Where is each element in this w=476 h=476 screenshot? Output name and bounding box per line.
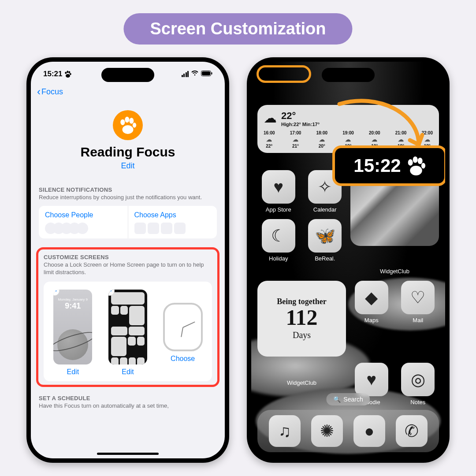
zoom-time: 15:22: [353, 155, 401, 176]
app-holiday[interactable]: ☾Holiday: [257, 219, 300, 262]
page-title-pill: Screen Customization: [123, 13, 352, 45]
dock-music-icon[interactable]: ♫: [269, 415, 301, 447]
choose-apps-label: Choose Apps: [134, 211, 211, 219]
remove-badge-icon[interactable]: –: [53, 290, 60, 296]
app-label: Notes: [410, 399, 425, 405]
dynamic-island: [101, 68, 154, 82]
schedule-desc: Have this Focus turn on automatically at…: [39, 402, 217, 410]
choose-people-button[interactable]: Choose People: [39, 206, 128, 238]
widget-label: WidgetClub: [287, 379, 316, 386]
days-unit: Days: [293, 330, 311, 340]
dock-phone-icon[interactable]: ✆: [396, 415, 428, 447]
focus-edit-button[interactable]: Edit: [31, 161, 225, 171]
days-count: 112: [286, 306, 317, 328]
lockscreen-date: Monday, January 9: [58, 298, 88, 301]
moon-icon: ☾: [262, 219, 295, 253]
days-widget[interactable]: Being together 112 Days: [257, 281, 346, 357]
lockscreen-time: 9:41: [65, 301, 81, 311]
heart-icon: ♡: [401, 281, 435, 314]
dock-safari-icon[interactable]: ✺: [311, 415, 343, 447]
heart-icon: ♥: [262, 170, 295, 204]
apps-placeholder-icon: [134, 223, 211, 234]
zoom-callout: 15:22: [332, 145, 445, 186]
screens-row: – Monday, January 9 9:41 Edit –: [44, 282, 212, 381]
status-time-text: 15:21: [43, 70, 62, 78]
paw-icon: [64, 71, 71, 78]
lockscreen-edit-button[interactable]: Edit: [47, 368, 99, 376]
svg-rect-6: [202, 71, 210, 75]
nav-back[interactable]: ‹ Focus: [31, 81, 225, 102]
wifi-icon: [191, 70, 199, 78]
back-label: Focus: [41, 87, 63, 97]
chevron-left-icon: ‹: [37, 86, 41, 98]
watch-tile[interactable]: Choose: [157, 290, 208, 376]
app-label: Calendar: [313, 206, 337, 213]
customize-section-highlighted: CUSTOMIZE SCREENS Choose a Lock Screen o…: [36, 247, 219, 387]
phone-left-screen: 15:21 ‹ Focus Reading Focus Edit: [31, 62, 225, 458]
customize-desc: Choose a Lock Screen or Home Screen page…: [44, 261, 212, 276]
dock-messages-icon[interactable]: ●: [353, 415, 385, 447]
svg-rect-7: [212, 72, 212, 74]
dynamic-island: [322, 68, 375, 82]
icon-grid: ♥App Store ✧Calendar ☾Holiday 🦋BeReal. W…: [257, 170, 439, 405]
app-label: Mail: [413, 317, 423, 324]
choose-apps-button[interactable]: Choose Apps: [128, 206, 217, 238]
app-label: App Store: [266, 206, 291, 213]
watch-choose-button[interactable]: Choose: [157, 355, 208, 363]
weather-temp: 22°: [281, 110, 320, 122]
homescreen-tile[interactable]: – Edit: [102, 290, 154, 376]
app-label: BeReal.: [315, 255, 335, 262]
widget-label: WidgetClub: [380, 268, 409, 275]
pin-icon: ◆: [355, 281, 388, 314]
status-time: 15:21: [43, 70, 71, 78]
search-icon: 🔍: [333, 396, 341, 403]
watch-thumb: [163, 303, 203, 351]
app-bereal[interactable]: 🦋BeReal.: [304, 219, 346, 262]
weather-range: High:22° Min:17°: [281, 122, 320, 127]
ring-icon: ◎: [401, 363, 435, 396]
signal-icon: [182, 71, 189, 77]
silence-section: SILENCE NOTIFICATIONS Reduce interruptio…: [31, 186, 225, 238]
search-label: Search: [343, 396, 363, 403]
paw-icon: [406, 156, 426, 175]
search-button[interactable]: 🔍 Search: [326, 393, 370, 405]
marble-widget-label-cell: WidgetClub: [350, 268, 439, 275]
lockscreen-tile[interactable]: – Monday, January 9 9:41 Edit: [47, 290, 99, 376]
app-mail[interactable]: ♡Mail: [397, 281, 439, 357]
highlight-status-time: [257, 65, 311, 83]
app-notes[interactable]: ◎Notes: [397, 363, 439, 405]
silence-desc: Reduce interruptions by choosing just th…: [39, 194, 217, 201]
battery-icon: [201, 70, 212, 78]
lockscreen-thumb: – Monday, January 9 9:41: [53, 290, 92, 364]
customize-title: CUSTOMIZE SCREENS: [44, 254, 212, 260]
schedule-title: SET A SCHEDULE: [39, 395, 217, 402]
app-label: Holiday: [269, 255, 288, 262]
butterfly-icon: 🦋: [308, 219, 342, 253]
focus-paw-icon: [113, 110, 143, 140]
status-icons: [182, 70, 213, 78]
choose-people-label: Choose People: [45, 211, 122, 219]
home-indicator[interactable]: [97, 453, 159, 455]
phone-left: 15:21 ‹ Focus Reading Focus Edit: [26, 57, 229, 463]
homescreen-edit-button[interactable]: Edit: [102, 368, 154, 376]
people-placeholder-icon: [45, 223, 122, 234]
weather-cloud-icon: ☁: [264, 110, 277, 126]
app-label: Maps: [364, 317, 379, 324]
app-appstore[interactable]: ♥App Store: [257, 170, 300, 213]
homescreen-thumb: –: [108, 290, 147, 364]
phone-right: 15:22 ☁ 22°: [247, 57, 450, 463]
heart-icon: ♥: [355, 363, 388, 396]
schedule-section: SET A SCHEDULE Have this Focus turn on a…: [31, 387, 225, 410]
choose-row: Choose People Choose Apps: [39, 206, 217, 238]
silence-title: SILENCE NOTIFICATIONS: [39, 186, 217, 193]
phone-right-screen: 15:22 ☁ 22°: [251, 62, 445, 458]
dock: ♫ ✺ ● ✆: [257, 410, 439, 452]
focus-title: Reading Focus: [31, 145, 225, 160]
focus-header: Reading Focus Edit: [31, 102, 225, 176]
app-maps[interactable]: ◆Maps: [350, 281, 393, 357]
